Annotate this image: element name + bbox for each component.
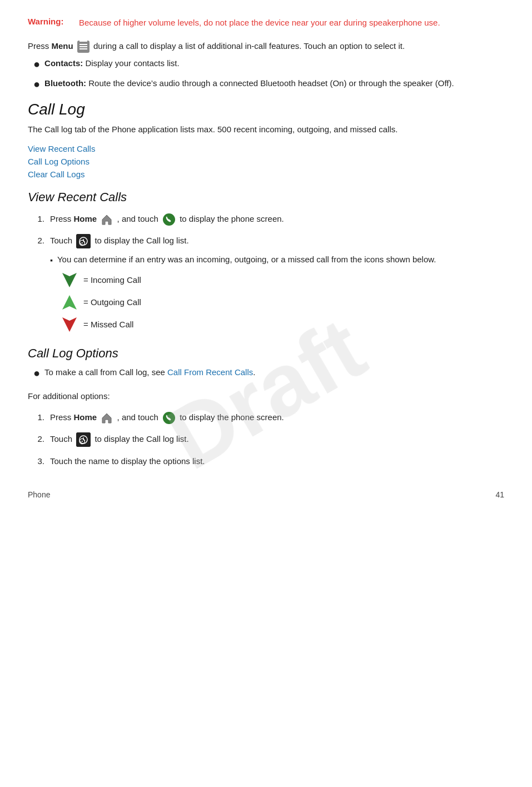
toc-link-call-log-options[interactable]: Call Log Options <box>28 157 504 166</box>
incoming-call-icon <box>61 272 78 288</box>
warning-text: Because of higher volume levels, do not … <box>79 17 440 29</box>
bluetooth-label: Bluetooth: <box>44 78 86 88</box>
clock-tab-icon <box>76 234 91 248</box>
vrc-step2-touch: Touch <box>50 236 72 245</box>
outgoing-call-label: = Outgoing Call <box>83 296 141 309</box>
sub-bullet-determine: ▪ You can determine if an entry was an i… <box>50 253 436 266</box>
vrc-step1-press: Press <box>50 214 74 223</box>
call-log-description: The Call log tab of the Phone applicatio… <box>28 123 504 136</box>
view-recent-calls-steps: 1. Press Home , and touch to display the… <box>28 212 504 338</box>
call-from-recent-calls-link[interactable]: Call From Recent Calls <box>167 367 253 377</box>
tab-icon-svg <box>76 234 91 248</box>
call-log-options-bullet-list: ● To make a call from Call log, see Call… <box>28 366 504 380</box>
press-menu-paragraph: Press Menu during a call to display a li… <box>28 39 504 53</box>
missed-call-label: = Missed Call <box>83 318 133 331</box>
step-number-2: 2. <box>28 234 44 247</box>
sub-bullet-icon: ▪ <box>50 254 53 266</box>
svg-marker-5 <box>62 273 77 287</box>
feature-bullet-list: ● Contacts: Display your contacts list. … <box>28 57 504 91</box>
clo-bullet-suffix: . <box>253 367 255 377</box>
call-log-title: Call Log <box>28 101 504 118</box>
clo-step1-text-end: to display the phone screen. <box>180 412 284 422</box>
tab-icon-svg-2 <box>76 432 91 447</box>
clo-step-2: 2. Touch to display the Call log list. <box>28 432 504 447</box>
toc-link-view-recent-calls[interactable]: View Recent Calls <box>28 144 504 153</box>
svg-marker-6 <box>62 295 77 310</box>
warning-label: Warning: <box>28 17 72 29</box>
clo-step3-text: Touch the name to display the options li… <box>50 455 205 468</box>
sub-bullet-list: ▪ You can determine if an entry was an i… <box>50 253 436 266</box>
toc-block: View Recent Calls Call Log Options Clear… <box>28 144 504 179</box>
svg-line-4 <box>83 241 85 242</box>
toc-link-clear-call-logs[interactable]: Clear Call Logs <box>28 170 504 179</box>
bullet-dot-contacts: ● <box>33 57 40 71</box>
phone-icon-green-2 <box>162 411 176 425</box>
call-icons-block: = Incoming Call = Outgoing Call = Missed… <box>50 272 436 333</box>
step-number-1: 1. <box>28 212 44 226</box>
menu-icon <box>77 41 90 53</box>
contacts-bullet: ● Contacts: Display your contacts list. <box>33 57 504 71</box>
missed-call-row: = Missed Call <box>61 316 436 333</box>
clo-step-1: 1. Press Home , and touch to display the… <box>28 411 504 425</box>
call-log-options-steps: 1. Press Home , and touch to display the… <box>28 411 504 468</box>
contacts-desc: Display your contacts list. <box>83 58 179 68</box>
outgoing-call-row: = Outgoing Call <box>61 294 436 311</box>
bullet-dot-clo: ● <box>33 366 40 380</box>
clo-step1-text: Press Home , and touch to display the ph… <box>50 411 284 425</box>
footer-left: Phone <box>28 490 50 499</box>
clo-bullet-prefix: To make a call from Call log, see <box>44 367 167 377</box>
clo-bullet-text: To make a call from Call log, see Call F… <box>44 366 255 380</box>
home-icon <box>101 213 113 226</box>
clo-step2-touch: Touch <box>50 434 72 444</box>
for-additional-text: For additional options: <box>28 390 504 403</box>
page-footer: Phone 41 <box>28 490 504 499</box>
clo-step-number-3: 3. <box>28 455 44 468</box>
footer-right: 41 <box>495 490 504 499</box>
view-recent-calls-title: View Recent Calls <box>28 190 504 205</box>
clo-step1-home: Home <box>74 412 97 422</box>
vrc-step1-text-mid: , and touch <box>117 214 158 223</box>
bullet-dot-bluetooth: ● <box>33 77 40 91</box>
svg-line-12 <box>83 440 85 441</box>
bluetooth-text: Bluetooth: Route the device’s audio thro… <box>44 77 454 91</box>
contacts-text: Contacts: Display your contacts list. <box>44 57 180 71</box>
vrc-step2-content: Touch to display the Call log list. ▪ Yo… <box>50 234 436 338</box>
menu-keyword: Menu <box>52 41 73 51</box>
vrc-step-1: 1. Press Home , and touch to display the… <box>28 212 504 226</box>
clo-step-number-1: 1. <box>28 411 44 424</box>
vrc-step1-text: Press Home , and touch to display the ph… <box>50 212 284 226</box>
clo-step2-text-end: to display the Call log list. <box>95 434 188 444</box>
outgoing-call-icon <box>61 294 78 311</box>
svg-rect-1 <box>76 234 91 248</box>
bluetooth-bullet: ● Bluetooth: Route the device’s audio th… <box>33 77 504 91</box>
svg-marker-7 <box>62 317 77 332</box>
warning-block: Warning: Because of higher volume levels… <box>28 17 504 29</box>
press-menu-text1: Press <box>28 41 52 51</box>
contacts-label: Contacts: <box>44 58 83 68</box>
svg-rect-9 <box>76 432 91 447</box>
bluetooth-desc: Route the device’s audio through a conne… <box>86 78 454 88</box>
vrc-step2-text: to display the Call log list. <box>95 236 188 245</box>
clo-step-3: 3. Touch the name to display the options… <box>28 455 504 468</box>
clock-tab-icon-2 <box>76 432 91 447</box>
clo-step1-press: Press <box>50 412 74 422</box>
clo-step-number-2: 2. <box>28 432 44 446</box>
incoming-call-label: = Incoming Call <box>83 273 141 287</box>
incoming-call-row: = Incoming Call <box>61 272 436 288</box>
vrc-step-2: 2. Touch to display the Call log list. ▪… <box>28 234 504 338</box>
clo-step2-text: Touch to display the Call log list. <box>50 432 189 447</box>
call-log-options-title: Call Log Options <box>28 346 504 361</box>
home-icon-2 <box>101 412 113 424</box>
press-menu-text2: during a call to display a list of addit… <box>93 41 405 51</box>
phone-icon-green <box>162 213 176 226</box>
sub-bullet-text: You can determine if an entry was an inc… <box>57 253 436 266</box>
missed-call-icon <box>61 316 78 333</box>
vrc-step1-home: Home <box>74 214 97 223</box>
clo-step1-text-mid: , and touch <box>117 412 158 422</box>
vrc-step1-text-end: to display the phone screen. <box>180 214 284 223</box>
clo-bullet-1: ● To make a call from Call log, see Call… <box>33 366 504 380</box>
